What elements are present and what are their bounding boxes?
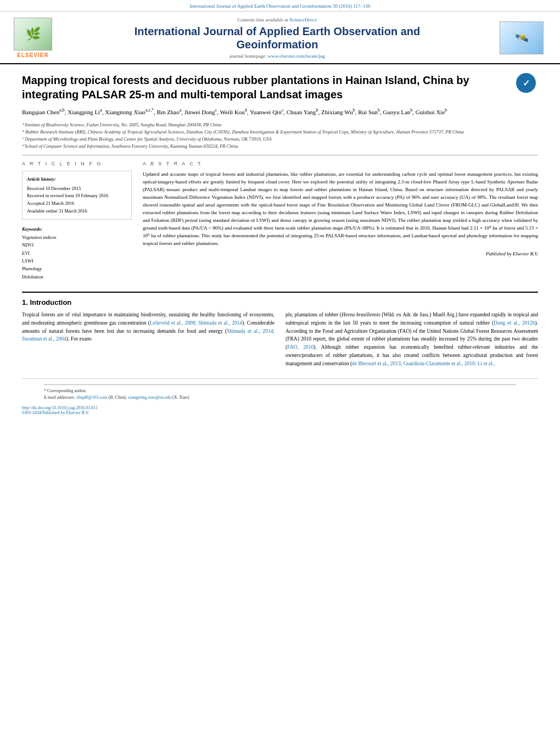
- crossmark-badge[interactable]: ✓: [516, 73, 538, 95]
- journal-header: ELSEVIER Contents lists available at Sci…: [0, 12, 560, 64]
- email-line: E-mail addresses: chiq40@163.com (B. Che…: [44, 394, 516, 401]
- abstract-col: A B S T R A C T Updated and accurate map…: [143, 161, 538, 281]
- ref-shimada-suratman[interactable]: Shimada et al., 2014; Suratman et al., 2…: [22, 328, 275, 342]
- authors-line: Bangqian Chena,b, Xiangping Lia, Xiangmi…: [22, 107, 538, 117]
- intro-col1-text: Tropical forests are of vital importance…: [22, 312, 275, 342]
- introduction-section: 1. Introduction Tropical forests are of …: [0, 298, 560, 367]
- journal-right-image: [500, 21, 544, 54]
- email-2-name: (X. Xiao): [172, 395, 189, 400]
- affil-b: ᵇ Rubber Research Institute (RRI), Chine…: [22, 129, 538, 136]
- journal-title-section: Contents lists available at ScienceDirec…: [55, 17, 500, 59]
- contents-line: Contents lists available at ScienceDirec…: [66, 17, 489, 23]
- affiliations: ᵃ Institute of Biodiversity Science, Fud…: [22, 121, 538, 149]
- elsevier-logo-image: [14, 18, 52, 51]
- received-date: Received 10 December 2015: [27, 186, 81, 191]
- article-title-section: Mapping tropical forests and deciduous r…: [22, 73, 538, 102]
- elsevier-brand: ELSEVIER: [17, 52, 48, 58]
- science-direct-link[interactable]: ScienceDirect: [289, 17, 317, 23]
- abstract-text: Updated and accurate maps of tropical fo…: [143, 171, 538, 247]
- abstract-heading: A B S T R A C T: [143, 161, 538, 166]
- keyword-2: NDVI: [22, 241, 132, 249]
- citation-text: International Journal of Applied Earth O…: [189, 3, 370, 9]
- keywords-label: Keywords:: [22, 226, 42, 232]
- keyword-1: Vegetation indices: [22, 233, 132, 241]
- page: International Journal of Applied Earth O…: [0, 0, 560, 742]
- authors-text: Bangqian Chena,b, Xiangping Lia, Xiangmi…: [22, 109, 447, 115]
- section-divider: [22, 292, 538, 293]
- keyword-6: Defoliation: [22, 273, 132, 281]
- footnote-divider: [44, 384, 516, 385]
- issn-line: 0303-2434/Published by Elsevier B.V.: [22, 410, 538, 415]
- published-by: Published by Elsevier B.V.: [143, 251, 538, 256]
- available-online-date: Available online 31 March 2016: [27, 208, 87, 214]
- keyword-5: Phenology: [22, 265, 132, 272]
- email-label: E-mail addresses:: [44, 395, 75, 400]
- affil-a: ᵃ Institute of Biodiversity Science, Fud…: [22, 121, 538, 129]
- intro-col-left: Tropical forests are of vital importance…: [22, 311, 275, 367]
- homepage-line: journal homepage: www.elsevier.com/locat…: [66, 53, 489, 59]
- ref-lelieveld[interactable]: Lelieveld et al., 2008; Shimada et al., …: [150, 320, 242, 326]
- healthy-word: healthy: [200, 312, 215, 317]
- elsevier-logo: ELSEVIER: [11, 18, 55, 58]
- doi-link-line: http://dx.doi.org/10.1016/j.jag.2016.03.…: [22, 405, 538, 410]
- email-link-1[interactable]: chiq40@163.com: [76, 395, 108, 400]
- article-info-heading: A R T I C L E I N F O: [22, 161, 132, 166]
- history-label: Article history:: [27, 176, 127, 183]
- email-link-2[interactable]: xiangming.xiao@ou.edu: [128, 395, 171, 400]
- journal-title: International Journal of Applied Earth O…: [66, 25, 489, 51]
- journal-citation-bar: International Journal of Applied Earth O…: [0, 0, 560, 12]
- footnotes: * Corresponding author. E-mail addresses…: [22, 378, 538, 401]
- email-1-name: (B. Chen),: [109, 395, 128, 400]
- article-history-box: Article history: Received 10 December 20…: [22, 171, 132, 220]
- affil-d: ᵈ School of Computer Science and Informa…: [22, 143, 538, 150]
- intro-col2-text: ple, plantations of rubber (Hevea brasil…: [285, 312, 538, 366]
- ref-dong2012b[interactable]: Dong et al., 2012b: [494, 320, 535, 326]
- info-abstract-section: A R T I C L E I N F O Article history: R…: [22, 161, 538, 281]
- keywords-box: Keywords: Vegetation indices NDVI EVI LS…: [22, 225, 132, 281]
- header-divider: [22, 155, 538, 155]
- article-info-col: A R T I C L E I N F O Article history: R…: [22, 161, 132, 281]
- corresponding-author-note: * Corresponding author.: [44, 388, 516, 394]
- keyword-3: EVI: [22, 249, 132, 257]
- bottom-links: http://dx.doi.org/10.1016/j.jag.2016.03.…: [0, 401, 560, 419]
- keyword-4: LSWI: [22, 257, 132, 265]
- affil-c: ᶜ Department of Microbiology and Plant B…: [22, 136, 538, 143]
- article-title: Mapping tropical forests and deciduous r…: [22, 73, 511, 102]
- crossmark-icon: ✓: [516, 73, 536, 93]
- intro-two-col: Tropical forests are of vital importance…: [22, 311, 538, 367]
- accepted-date: Accepted 21 March 2016: [27, 200, 74, 206]
- ref-fao2010[interactable]: FAO, 2010: [287, 344, 313, 350]
- intro-heading: 1. Introduction: [22, 298, 538, 306]
- ref-deblecourt[interactable]: de Blecourt et al., 2013; Guardiola-Clar…: [352, 361, 495, 366]
- doi-link[interactable]: http://dx.doi.org/10.1016/j.jag.2016.03.…: [22, 405, 98, 410]
- article-content: Mapping tropical forests and deciduous r…: [0, 64, 560, 292]
- homepage-url[interactable]: www.elsevier.com/locate/jag: [268, 53, 325, 59]
- received-revised-date: Received in revised form 19 February 201…: [27, 193, 108, 198]
- intro-col-right: ple, plantations of rubber (Hevea brasil…: [285, 311, 538, 367]
